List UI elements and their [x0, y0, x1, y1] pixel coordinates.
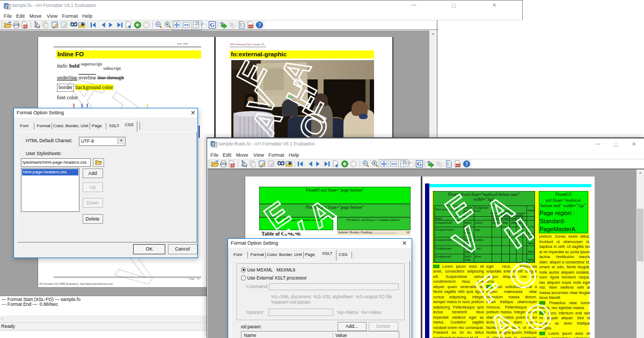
svg-text:A: A: [479, 189, 520, 233]
svg-text:10mm: 10mm: [493, 217, 500, 220]
svg-text:extent: extent: [528, 209, 535, 212]
svg-text:5mm: 5mm: [528, 232, 533, 235]
svg-text:A: A: [482, 304, 523, 338]
svg-text:O: O: [502, 253, 544, 298]
svg-text:fo:region-start: fo:region-start: [435, 247, 451, 250]
svg-text:right: right: [517, 214, 522, 217]
svg-text:5mm: 5mm: [510, 217, 516, 220]
svg-text:5mm: 5mm: [510, 221, 516, 224]
svg-text:value: value: [464, 258, 471, 261]
svg-text:name: name: [464, 209, 471, 212]
svg-text:background-: background-: [475, 206, 489, 209]
svg-text:Initial: Initial: [464, 255, 471, 258]
svg-text:E: E: [438, 187, 478, 230]
svg-text:value: value: [464, 224, 471, 227]
svg-text:Initial: Initial: [464, 221, 471, 224]
svg-text:value: value: [464, 231, 471, 234]
svg-text:Initial: Initial: [464, 238, 471, 241]
svg-text:margin: margin: [504, 209, 513, 212]
svg-text:5mm: 5mm: [528, 250, 533, 253]
svg-text:5mm: 5mm: [502, 221, 508, 224]
svg-text:Type of page region: Type of page region: [435, 208, 458, 211]
svg-text:Initial: Initial: [464, 247, 471, 250]
svg-text:V: V: [447, 219, 486, 262]
svg-text:value: value: [464, 250, 471, 253]
svg-text:5mm: 5mm: [528, 241, 533, 245]
svg-text:yellow: yellow: [475, 221, 482, 224]
svg-text:5mm: 5mm: [528, 258, 533, 261]
svg-text:10mm: 10mm: [502, 217, 509, 220]
svg-text:bottom: bottom: [502, 214, 510, 217]
svg-text:color: color: [475, 209, 481, 212]
svg-text:F: F: [470, 268, 508, 310]
svg-text:H: H: [498, 211, 539, 255]
svg-text:6mm: 6mm: [493, 221, 499, 224]
svg-text:fo:region-before: fo:region-before: [435, 228, 454, 231]
svg-text:5mm: 5mm: [517, 221, 523, 224]
svg-text:left: left: [510, 214, 514, 217]
svg-text:fo:region-body: fo:region-body: [435, 221, 452, 224]
svg-text:O: O: [517, 295, 559, 338]
svg-text:aqua: aqua: [475, 228, 480, 231]
svg-text:5mm: 5mm: [517, 217, 523, 220]
svg-text:F: F: [7, 5, 10, 10]
svg-text:fuchsia: fuchsia: [475, 238, 484, 241]
svg-text:Initial: Initial: [464, 228, 471, 231]
svg-text:ivory: ivory: [475, 247, 481, 250]
svg-text:fo:region-end: fo:region-end: [435, 255, 451, 258]
svg-text:top: top: [493, 214, 496, 217]
svg-text:region-: region-: [464, 206, 472, 209]
svg-text:fo:region-after: fo:region-after: [435, 238, 452, 241]
svg-text:silver: silver: [475, 255, 481, 258]
svg-text:value: value: [464, 241, 471, 245]
